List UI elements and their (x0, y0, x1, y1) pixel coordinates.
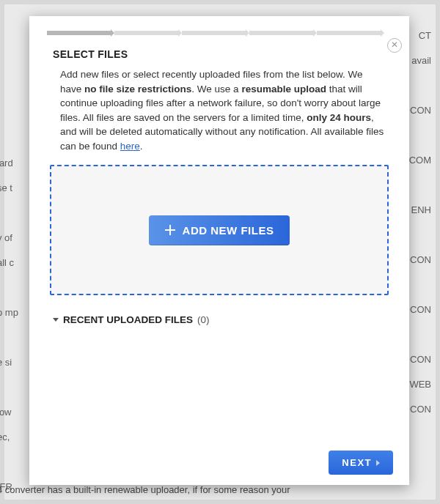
add-new-files-button[interactable]: ADD NEW FILES (149, 215, 290, 245)
modal-title: SELECT FILES (53, 48, 392, 60)
modal-description: Add new files or select recently uploade… (60, 67, 386, 153)
close-button[interactable]: ✕ (387, 38, 402, 53)
recent-label: RECENT UPLOADED FILES (63, 314, 193, 325)
next-button[interactable]: NEXT (329, 451, 393, 475)
add-button-label: ADD NEW FILES (183, 224, 274, 237)
modal-footer: NEXT (29, 451, 409, 475)
bg-bottom-text: 4 converter has a built-in renewable upl… (0, 483, 408, 497)
chevron-right-icon (376, 460, 380, 466)
plus-icon (165, 225, 175, 235)
next-button-label: NEXT (342, 457, 372, 468)
recent-count: (0) (197, 314, 210, 325)
desc-bold: only 24 hours (307, 112, 371, 123)
desc-text: . We use a (191, 84, 241, 94)
file-dropzone[interactable]: ADD NEW FILES (50, 165, 389, 295)
wizard-steps (47, 31, 381, 35)
desc-bold: resumable upload (241, 84, 326, 94)
recent-uploaded-files-toggle[interactable]: RECENT UPLOADED FILES (0) (53, 314, 392, 325)
select-files-modal: ✕ SELECT FILES Add new files or select r… (29, 16, 409, 485)
step-2 (114, 31, 179, 35)
desc-bold: no file size restrictions (84, 84, 191, 94)
chevron-down-icon (53, 318, 59, 322)
desc-text: . (140, 141, 143, 152)
step-1 (47, 31, 111, 35)
step-4 (249, 31, 314, 35)
step-3 (182, 31, 246, 35)
here-link[interactable]: here (120, 141, 140, 152)
close-icon: ✕ (391, 40, 398, 50)
step-5 (317, 31, 381, 35)
